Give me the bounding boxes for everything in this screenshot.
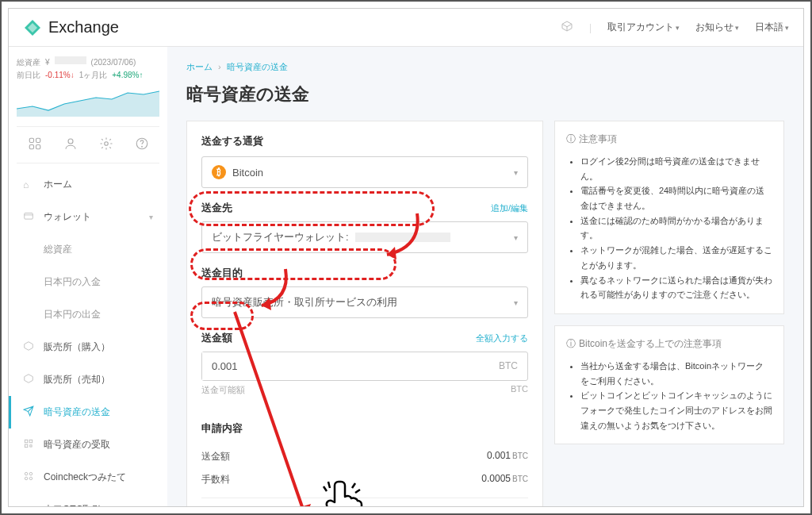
nav-wallet-all[interactable]: 総資産	[17, 233, 159, 266]
nav-home[interactable]: ⌂ホーム	[17, 168, 159, 201]
tabrow-gear-icon[interactable]	[99, 136, 113, 153]
sparkline-chart	[17, 86, 159, 117]
purpose-label: 送金目的	[201, 266, 243, 280]
breadcrumb-current[interactable]: 暗号資産の送金	[227, 62, 288, 71]
btc-icon: ₿	[212, 165, 226, 179]
svg-rect-7	[36, 145, 40, 149]
summary-title: 申請内容	[201, 421, 528, 436]
svg-point-20	[29, 472, 33, 475]
nav-sell[interactable]: 販売所（売却）	[17, 363, 159, 396]
svg-point-21	[25, 477, 27, 480]
tabrow-grid-icon[interactable]	[28, 136, 42, 153]
summary-amount-label: 送金額	[201, 450, 230, 463]
svg-marker-14	[25, 375, 33, 383]
brand-logo[interactable]: Exchange	[23, 18, 119, 37]
amount-label: 送金額	[201, 331, 232, 345]
svg-rect-4	[29, 138, 33, 142]
page-title: 暗号資産の送金	[186, 83, 784, 106]
notes2-title: ⓘ Bitcoinを送金する上での注意事項	[566, 337, 772, 351]
asset-summary: 総資産 ¥ (2023/07/06) 前日比 -0.11%↓ 1ヶ月比 +4.9…	[17, 56, 159, 82]
amount-input[interactable]	[202, 352, 489, 380]
svg-point-11	[141, 146, 142, 147]
available-label: 送金可能額	[201, 384, 245, 396]
brand-logo-icon	[23, 18, 42, 37]
notes1-list: ログイン後2分間は暗号資産の送金はできません。電話番号を変更後、24時間以内に暗…	[566, 154, 772, 302]
breadcrumb-home[interactable]: ホーム	[186, 62, 213, 71]
notes2-item: ビットコインとビットコインキャッシュのようにフォークで発生したコイン同士のアドレ…	[580, 388, 772, 432]
svg-rect-15	[25, 440, 27, 443]
header-language[interactable]: 日本語▾	[755, 21, 789, 34]
nav-receive[interactable]: 暗号資産の受取	[17, 429, 159, 461]
svg-rect-17	[25, 444, 27, 448]
currency-select[interactable]: ₿ Bitcoin ▾	[201, 156, 528, 188]
svg-rect-16	[29, 440, 33, 443]
svg-point-9	[104, 142, 108, 146]
currency-label: 送金する通貨	[201, 134, 528, 148]
nav-wallet-jpy-out[interactable]: 日本円の出金	[17, 298, 159, 331]
amount-all-link[interactable]: 全額入力する	[476, 332, 528, 344]
svg-rect-6	[29, 145, 33, 149]
dest-label: 送金先	[201, 201, 232, 215]
notes1-item: 電話番号を変更後、24時間以内に暗号資産の送金はできません。	[580, 183, 772, 213]
summary-fee-label: 手数料	[201, 473, 230, 486]
dest-select[interactable]: ビットフライヤーウォレット: ▾	[201, 221, 528, 253]
header-cube-icon[interactable]	[561, 20, 573, 35]
dest-edit-link[interactable]: 追加/編集	[491, 202, 528, 214]
svg-marker-13	[25, 342, 33, 351]
notes2-item: 当社から送金する場合は、Bitcoinネットワークをご利用ください。	[580, 359, 772, 388]
available-unit: BTC	[511, 384, 528, 396]
nav-tsumitate[interactable]: Coincheckつみたて	[17, 461, 159, 494]
nav-wallet-jpy-in[interactable]: 日本円の入金	[17, 266, 159, 298]
tabrow-user-icon[interactable]	[63, 136, 78, 153]
notes1-title: ⓘ 注意事項	[566, 133, 772, 146]
notes1-item: 送金には確認のため時間がかかる場合があります。	[580, 213, 772, 243]
breadcrumb: ホーム › 暗号資産の送金	[186, 61, 784, 73]
header-notices[interactable]: お知らせ▾	[695, 21, 739, 34]
notes2-list: 当社から送金する場合は、Bitcoinネットワークをご利用ください。ビットコイン…	[566, 359, 772, 432]
notes1-item: 異なるネットワークに送られた場合は通貨が失われる可能性がありますのでご注意くださ…	[580, 273, 772, 302]
notes1-item: ネットワークが混雑した場合、送金が遅延することがあります。	[580, 243, 772, 272]
nav-send[interactable]: 暗号資産の送金	[9, 396, 159, 429]
svg-point-22	[29, 477, 33, 480]
brand-name: Exchange	[48, 18, 119, 37]
nav-wallet[interactable]: ウォレット▾	[17, 201, 159, 233]
nav-buy[interactable]: 販売所（購入）	[17, 331, 159, 363]
svg-rect-12	[25, 213, 33, 220]
header-account[interactable]: 取引アカウント▾	[607, 21, 680, 34]
svg-point-8	[68, 139, 73, 144]
svg-rect-5	[36, 138, 40, 142]
purpose-select[interactable]: 暗号資産販売所・取引所サービスの利用 ▾	[201, 286, 528, 318]
amount-unit: BTC	[489, 352, 527, 380]
notes1-item: ログイン後2分間は暗号資産の送金はできません。	[580, 154, 772, 183]
nav-otc[interactable]: ◇大口OTC取引	[17, 494, 159, 506]
tabrow-help-icon[interactable]	[135, 136, 149, 153]
svg-rect-18	[30, 445, 32, 447]
svg-point-19	[25, 472, 27, 475]
